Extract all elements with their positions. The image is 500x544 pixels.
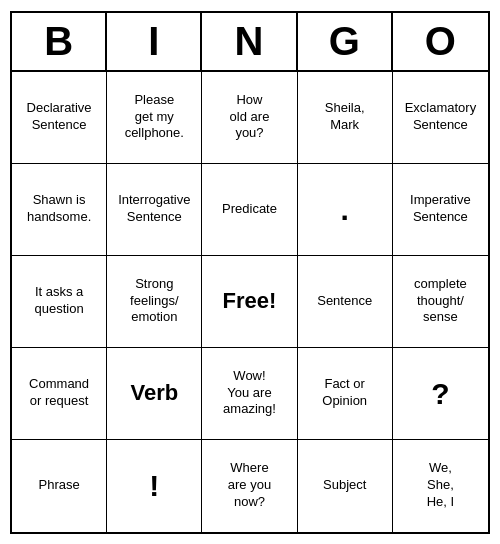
bingo-cell: Sheila,Mark: [298, 72, 393, 164]
bingo-cell: Fact orOpinion: [298, 348, 393, 440]
bingo-cell: Commandor request: [12, 348, 107, 440]
bingo-card: BINGO DeclarativeSentencePleaseget mycel…: [10, 11, 490, 534]
bingo-cell: Sentence: [298, 256, 393, 348]
header-letter: O: [393, 13, 488, 70]
bingo-cell: We,She,He, I: [393, 440, 488, 532]
header-letter: G: [298, 13, 393, 70]
bingo-cell: Verb: [107, 348, 202, 440]
header-letter: I: [107, 13, 202, 70]
bingo-cell: Shawn ishandsome.: [12, 164, 107, 256]
bingo-cell: Whereare younow?: [202, 440, 297, 532]
bingo-cell: Subject: [298, 440, 393, 532]
bingo-cell: It asks aquestion: [12, 256, 107, 348]
bingo-cell: !: [107, 440, 202, 532]
bingo-cell: ?: [393, 348, 488, 440]
bingo-cell: ImperativeSentence: [393, 164, 488, 256]
bingo-cell: Predicate: [202, 164, 297, 256]
bingo-header: BINGO: [12, 13, 488, 72]
bingo-cell: ExclamatorySentence: [393, 72, 488, 164]
header-letter: B: [12, 13, 107, 70]
bingo-cell: .: [298, 164, 393, 256]
bingo-grid: DeclarativeSentencePleaseget mycellphone…: [12, 72, 488, 532]
header-letter: N: [202, 13, 297, 70]
bingo-cell: Strongfeelings/emotion: [107, 256, 202, 348]
bingo-cell: Wow!You areamazing!: [202, 348, 297, 440]
bingo-cell: completethought/sense: [393, 256, 488, 348]
bingo-cell: Pleaseget mycellphone.: [107, 72, 202, 164]
bingo-cell: InterrogativeSentence: [107, 164, 202, 256]
bingo-cell: DeclarativeSentence: [12, 72, 107, 164]
bingo-cell: Free!: [202, 256, 297, 348]
bingo-cell: Phrase: [12, 440, 107, 532]
bingo-cell: Howold areyou?: [202, 72, 297, 164]
